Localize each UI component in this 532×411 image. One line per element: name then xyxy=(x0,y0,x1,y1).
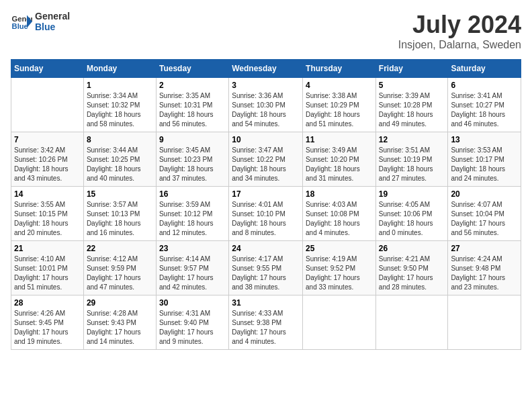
day-number: 1 xyxy=(87,81,153,90)
logo-text-general: General xyxy=(35,11,70,21)
day-number: 10 xyxy=(232,135,300,144)
day-number: 19 xyxy=(379,189,445,199)
day-info: Sunrise: 4:21 AM Sunset: 9:50 PM Dayligh… xyxy=(379,255,445,292)
day-number: 9 xyxy=(159,135,226,144)
calendar-cell: 28Sunrise: 4:26 AM Sunset: 9:45 PM Dayli… xyxy=(11,295,84,350)
day-info: Sunrise: 4:19 AM Sunset: 9:52 PM Dayligh… xyxy=(306,255,373,292)
day-number: 22 xyxy=(87,244,153,253)
day-info: Sunrise: 3:53 AM Sunset: 10:17 PM Daylig… xyxy=(451,146,518,183)
calendar-week-3: 14Sunrise: 3:55 AM Sunset: 10:15 PM Dayl… xyxy=(11,187,521,241)
weekday-header-sunday: Sunday xyxy=(11,60,84,78)
calendar-cell: 11Sunrise: 3:49 AM Sunset: 10:20 PM Dayl… xyxy=(303,132,376,187)
day-info: Sunrise: 4:33 AM Sunset: 9:38 PM Dayligh… xyxy=(232,309,300,347)
calendar-cell: 6Sunrise: 3:41 AM Sunset: 10:27 PM Dayli… xyxy=(448,78,521,132)
day-info: Sunrise: 3:51 AM Sunset: 10:19 PM Daylig… xyxy=(379,146,445,183)
calendar-cell xyxy=(375,295,448,350)
day-number: 21 xyxy=(14,244,81,253)
day-info: Sunrise: 4:01 AM Sunset: 10:10 PM Daylig… xyxy=(232,200,300,238)
page-header: General Blue General Blue July 2024 Insj… xyxy=(11,11,521,51)
calendar-cell: 19Sunrise: 4:05 AM Sunset: 10:06 PM Dayl… xyxy=(375,187,448,241)
day-number: 5 xyxy=(379,81,445,90)
day-number: 24 xyxy=(232,244,300,253)
day-number: 20 xyxy=(451,189,518,199)
calendar-week-4: 21Sunrise: 4:10 AM Sunset: 10:01 PM Dayl… xyxy=(11,241,521,295)
logo-text-blue: Blue xyxy=(35,21,70,32)
day-info: Sunrise: 3:47 AM Sunset: 10:22 PM Daylig… xyxy=(232,146,300,183)
calendar-cell: 26Sunrise: 4:21 AM Sunset: 9:50 PM Dayli… xyxy=(375,241,448,295)
day-info: Sunrise: 3:34 AM Sunset: 10:32 PM Daylig… xyxy=(87,91,153,129)
calendar-week-1: 1Sunrise: 3:34 AM Sunset: 10:32 PM Dayli… xyxy=(11,78,521,132)
day-info: Sunrise: 4:12 AM Sunset: 9:59 PM Dayligh… xyxy=(87,255,153,292)
day-number: 6 xyxy=(451,81,518,90)
day-info: Sunrise: 4:26 AM Sunset: 9:45 PM Dayligh… xyxy=(14,309,81,347)
calendar-cell: 10Sunrise: 3:47 AM Sunset: 10:22 PM Dayl… xyxy=(229,132,303,187)
day-info: Sunrise: 4:31 AM Sunset: 9:40 PM Dayligh… xyxy=(159,309,226,347)
day-info: Sunrise: 3:42 AM Sunset: 10:26 PM Daylig… xyxy=(14,146,81,183)
day-info: Sunrise: 3:36 AM Sunset: 10:30 PM Daylig… xyxy=(232,91,300,129)
calendar-cell: 1Sunrise: 3:34 AM Sunset: 10:32 PM Dayli… xyxy=(83,78,156,132)
day-info: Sunrise: 3:35 AM Sunset: 10:31 PM Daylig… xyxy=(159,91,226,129)
day-info: Sunrise: 3:44 AM Sunset: 10:25 PM Daylig… xyxy=(87,146,153,183)
day-info: Sunrise: 4:14 AM Sunset: 9:57 PM Dayligh… xyxy=(159,255,226,292)
day-info: Sunrise: 3:59 AM Sunset: 10:12 PM Daylig… xyxy=(159,200,226,238)
svg-text:Blue: Blue xyxy=(12,22,28,30)
day-number: 23 xyxy=(159,244,226,253)
calendar-cell: 21Sunrise: 4:10 AM Sunset: 10:01 PM Dayl… xyxy=(11,241,84,295)
day-number: 12 xyxy=(379,135,445,144)
calendar-cell xyxy=(11,78,84,132)
calendar-cell: 5Sunrise: 3:39 AM Sunset: 10:28 PM Dayli… xyxy=(375,78,448,132)
calendar-cell: 4Sunrise: 3:38 AM Sunset: 10:29 PM Dayli… xyxy=(303,78,376,132)
day-info: Sunrise: 4:05 AM Sunset: 10:06 PM Daylig… xyxy=(379,200,445,238)
logo: General Blue General Blue xyxy=(11,11,70,32)
calendar-cell: 2Sunrise: 3:35 AM Sunset: 10:31 PM Dayli… xyxy=(156,78,228,132)
weekday-header-monday: Monday xyxy=(83,60,156,78)
day-number: 8 xyxy=(87,135,153,144)
day-info: Sunrise: 4:24 AM Sunset: 9:48 PM Dayligh… xyxy=(451,255,518,292)
calendar-cell: 18Sunrise: 4:03 AM Sunset: 10:08 PM Dayl… xyxy=(303,187,376,241)
day-number: 26 xyxy=(379,244,445,253)
day-number: 30 xyxy=(159,298,226,308)
calendar-subtitle: Insjoen, Dalarna, Sweden xyxy=(398,39,521,51)
day-info: Sunrise: 3:41 AM Sunset: 10:27 PM Daylig… xyxy=(451,91,518,129)
day-info: Sunrise: 3:57 AM Sunset: 10:13 PM Daylig… xyxy=(87,200,153,238)
day-number: 16 xyxy=(159,189,226,199)
day-info: Sunrise: 4:07 AM Sunset: 10:04 PM Daylig… xyxy=(451,200,518,238)
calendar-cell: 16Sunrise: 3:59 AM Sunset: 10:12 PM Dayl… xyxy=(156,187,228,241)
weekday-header-saturday: Saturday xyxy=(448,60,521,78)
day-number: 29 xyxy=(87,298,153,308)
calendar-cell: 12Sunrise: 3:51 AM Sunset: 10:19 PM Dayl… xyxy=(375,132,448,187)
day-number: 11 xyxy=(306,135,373,144)
calendar-week-2: 7Sunrise: 3:42 AM Sunset: 10:26 PM Dayli… xyxy=(11,132,521,187)
day-number: 17 xyxy=(232,189,300,199)
calendar-cell: 8Sunrise: 3:44 AM Sunset: 10:25 PM Dayli… xyxy=(83,132,156,187)
calendar-cell: 23Sunrise: 4:14 AM Sunset: 9:57 PM Dayli… xyxy=(156,241,228,295)
calendar-cell: 3Sunrise: 3:36 AM Sunset: 10:30 PM Dayli… xyxy=(229,78,303,132)
day-number: 31 xyxy=(232,298,300,308)
calendar-cell: 24Sunrise: 4:17 AM Sunset: 9:55 PM Dayli… xyxy=(229,241,303,295)
calendar-title: July 2024 xyxy=(398,11,521,39)
calendar-header-row: SundayMondayTuesdayWednesdayThursdayFrid… xyxy=(11,60,521,78)
calendar-cell: 29Sunrise: 4:28 AM Sunset: 9:43 PM Dayli… xyxy=(83,295,156,350)
day-number: 27 xyxy=(451,244,518,253)
day-info: Sunrise: 4:17 AM Sunset: 9:55 PM Dayligh… xyxy=(232,255,300,292)
day-number: 28 xyxy=(14,298,81,308)
calendar-cell: 9Sunrise: 3:45 AM Sunset: 10:23 PM Dayli… xyxy=(156,132,228,187)
day-number: 2 xyxy=(159,81,226,90)
day-number: 18 xyxy=(306,189,373,199)
calendar-cell: 20Sunrise: 4:07 AM Sunset: 10:04 PM Dayl… xyxy=(448,187,521,241)
title-section: July 2024 Insjoen, Dalarna, Sweden xyxy=(398,11,521,51)
day-info: Sunrise: 4:10 AM Sunset: 10:01 PM Daylig… xyxy=(14,255,81,292)
day-number: 15 xyxy=(87,189,153,199)
calendar-cell: 17Sunrise: 4:01 AM Sunset: 10:10 PM Dayl… xyxy=(229,187,303,241)
day-number: 4 xyxy=(306,81,373,90)
calendar-cell: 30Sunrise: 4:31 AM Sunset: 9:40 PM Dayli… xyxy=(156,295,228,350)
day-info: Sunrise: 3:55 AM Sunset: 10:15 PM Daylig… xyxy=(14,200,81,238)
day-info: Sunrise: 3:45 AM Sunset: 10:23 PM Daylig… xyxy=(159,146,226,183)
day-number: 3 xyxy=(232,81,300,90)
weekday-header-tuesday: Tuesday xyxy=(156,60,228,78)
weekday-header-friday: Friday xyxy=(375,60,448,78)
day-number: 7 xyxy=(14,135,81,144)
day-number: 25 xyxy=(306,244,373,253)
day-info: Sunrise: 4:03 AM Sunset: 10:08 PM Daylig… xyxy=(306,200,373,238)
day-number: 14 xyxy=(14,189,81,199)
